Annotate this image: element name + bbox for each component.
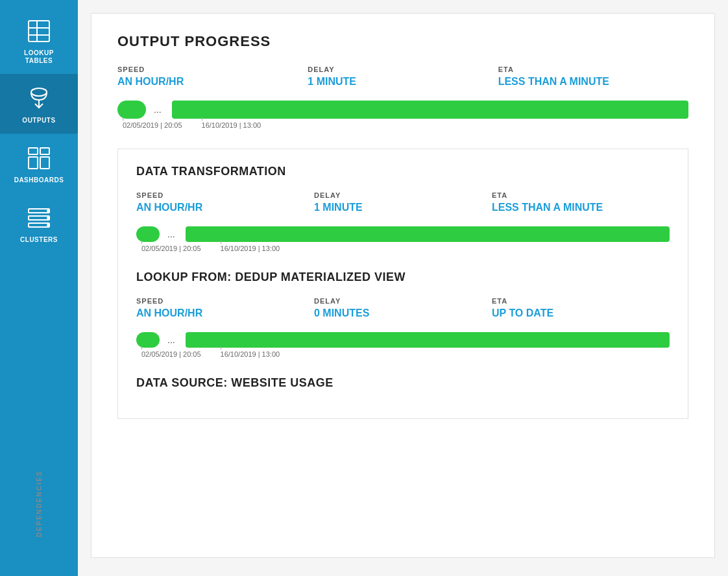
ld-date-end: 16/10/2019 | 13:00 xyxy=(221,350,280,358)
dt-progress-fill xyxy=(186,226,670,242)
dt-progress-ellipsis: ... xyxy=(167,229,175,239)
dt-progress-dates: 02/05/2019 | 20:05 16/10/2019 | 13:00 xyxy=(136,245,670,252)
ld-progress-dates: 02/05/2019 | 20:05 16/10/2019 | 13:00 xyxy=(136,350,670,358)
svg-point-14 xyxy=(47,224,49,226)
output-date-start: 02/05/2019 | 20:05 xyxy=(123,121,182,129)
lookup-dedup-stats: SPEED AN HOUR/HR DELAY 0 minutes ETA UP … xyxy=(136,297,670,319)
dt-eta-stat: ETA LESS THAN A MINUTE xyxy=(492,191,670,213)
ld-progress-bar-container: ... 02/05/2019 | 20:05 16/10/2019 | 13:0… xyxy=(136,332,670,358)
output-progress-dates: 02/05/2019 | 20:05 16/10/2019 | 13:00 xyxy=(117,121,688,129)
output-progress-ellipsis: ... xyxy=(154,104,162,115)
data-source-section: DATA SOURCE: WEBSITE USAGE xyxy=(136,376,670,390)
lookup-dedup-title: LOOKUP FROM: DEDUP MATERIALIZED VIEW xyxy=(136,270,670,284)
dt-delay-stat: DELAY 1 minute xyxy=(314,191,492,213)
output-progress-fill xyxy=(172,101,688,119)
svg-rect-10 xyxy=(29,216,49,220)
dt-progress-track: ... xyxy=(136,226,670,242)
dt-progress-bar-container: ... 02/05/2019 | 20:05 16/10/2019 | 13:0… xyxy=(136,226,670,252)
ld-progress-fill xyxy=(186,332,670,348)
ld-progress-ellipsis: ... xyxy=(167,335,175,345)
ld-progress-track: ... xyxy=(136,332,670,348)
svg-rect-11 xyxy=(29,223,49,227)
sidebar-item-outputs[interactable]: OUTPUTS xyxy=(0,74,78,134)
ld-delay-value: 0 minutes xyxy=(314,307,492,319)
svg-rect-7 xyxy=(29,157,38,169)
ld-delay-stat: DELAY 0 minutes xyxy=(314,297,492,319)
ld-eta-value: UP TO DATE xyxy=(492,307,670,319)
sidebar-label-lookup-tables: LOOKUPTABLES xyxy=(24,49,54,65)
output-progress-track: ... xyxy=(117,101,688,119)
svg-rect-0 xyxy=(29,21,49,42)
svg-rect-5 xyxy=(29,148,38,154)
sidebar-item-dashboards[interactable]: DASHBOARDS xyxy=(0,134,78,193)
lookup-dedup-section: LOOKUP FROM: DEDUP MATERIALIZED VIEW SPE… xyxy=(136,270,670,358)
main-content: OUTPUT PROGRESS SPEED AN HOUR/HR DELAY 1… xyxy=(78,0,728,576)
dt-date-start: 02/05/2019 | 20:05 xyxy=(141,245,201,252)
eta-value: LESS THAN A MINUTE xyxy=(498,76,688,88)
outputs-icon xyxy=(23,83,55,114)
content-area: OUTPUT PROGRESS SPEED AN HOUR/HR DELAY 1… xyxy=(91,13,715,558)
lookup-tables-icon xyxy=(23,16,55,47)
data-transformation-title: DATA TRANSFORMATION xyxy=(136,165,670,178)
sidebar-label-dashboards: DASHBOARDS xyxy=(14,176,64,184)
dt-delay-label: DELAY xyxy=(314,191,492,199)
dt-speed-label: SPEED xyxy=(136,191,314,199)
output-progress-bar-container: ... 02/05/2019 | 20:05 16/10/2019 | 13:0… xyxy=(117,101,688,129)
data-transformation-section: DATA TRANSFORMATION SPEED AN HOUR/HR DEL… xyxy=(117,149,688,419)
sidebar-label-outputs: OUTPUTS xyxy=(22,117,55,125)
dt-date-end: 16/10/2019 | 13:00 xyxy=(221,245,280,252)
ld-eta-label: ETA xyxy=(492,297,670,305)
data-source-title: DATA SOURCE: WEBSITE USAGE xyxy=(136,376,670,390)
dependencies-label: DEPENDENCIES xyxy=(36,470,43,537)
clusters-icon xyxy=(23,202,55,234)
sidebar-label-clusters: CLUSTERS xyxy=(20,236,58,244)
dt-speed-value: AN HOUR/HR xyxy=(136,202,314,213)
speed-stat: SPEED AN HOUR/HR xyxy=(117,66,308,88)
svg-rect-6 xyxy=(40,148,49,154)
dashboards-icon xyxy=(23,143,55,174)
delay-label: DELAY xyxy=(308,66,498,73)
svg-rect-9 xyxy=(29,209,49,213)
data-transformation-stats: SPEED AN HOUR/HR DELAY 1 minute ETA LESS… xyxy=(136,191,670,213)
ld-eta-stat: ETA UP TO DATE xyxy=(492,297,670,319)
dt-eta-value: LESS THAN A MINUTE xyxy=(492,202,670,213)
eta-label: ETA xyxy=(498,66,688,73)
svg-point-13 xyxy=(47,217,49,219)
output-progress-stats: SPEED AN HOUR/HR DELAY 1 minute ETA LESS… xyxy=(117,66,688,88)
eta-stat: ETA LESS THAN A MINUTE xyxy=(498,66,688,88)
ld-speed-label: SPEED xyxy=(136,297,314,305)
dt-eta-label: ETA xyxy=(492,191,670,199)
ld-progress-dot xyxy=(136,332,160,348)
dt-progress-dot xyxy=(136,226,160,242)
dependencies-label-container: DEPENDENCIES xyxy=(0,470,78,537)
page-title: OUTPUT PROGRESS xyxy=(117,33,688,50)
dt-delay-value: 1 minute xyxy=(314,202,492,213)
ld-speed-value: AN HOUR/HR xyxy=(136,307,314,319)
speed-label: SPEED xyxy=(117,66,308,73)
ld-delay-label: DELAY xyxy=(314,297,492,305)
delay-stat: DELAY 1 minute xyxy=(308,66,498,88)
output-progress-dot xyxy=(117,101,146,119)
output-date-end: 16/10/2019 | 13:00 xyxy=(202,121,261,129)
delay-value: 1 minute xyxy=(308,76,498,88)
dt-speed-stat: SPEED AN HOUR/HR xyxy=(136,191,314,213)
svg-point-12 xyxy=(47,210,49,212)
speed-value: AN HOUR/HR xyxy=(117,76,308,88)
ld-date-start: 02/05/2019 | 20:05 xyxy=(141,350,201,358)
ld-speed-stat: SPEED AN HOUR/HR xyxy=(136,297,314,319)
sidebar-item-lookup-tables[interactable]: LOOKUPTABLES xyxy=(0,6,78,74)
svg-point-4 xyxy=(31,88,47,96)
svg-rect-8 xyxy=(40,157,49,169)
sidebar: LOOKUPTABLES OUTPUTS DASHBOARDS xyxy=(0,0,78,576)
sidebar-item-clusters[interactable]: CLUSTERS xyxy=(0,193,78,253)
